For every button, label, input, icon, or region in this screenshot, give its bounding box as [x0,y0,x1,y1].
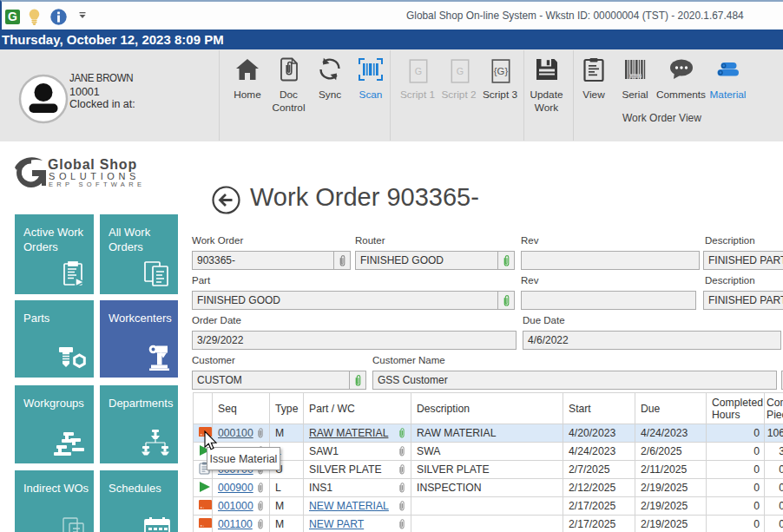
svg-text:G: G [456,66,463,76]
svg-text:5060617: 5060617 [629,75,642,78]
svg-text:{G}: {G} [494,66,509,76]
svg-text:G: G [415,66,422,76]
